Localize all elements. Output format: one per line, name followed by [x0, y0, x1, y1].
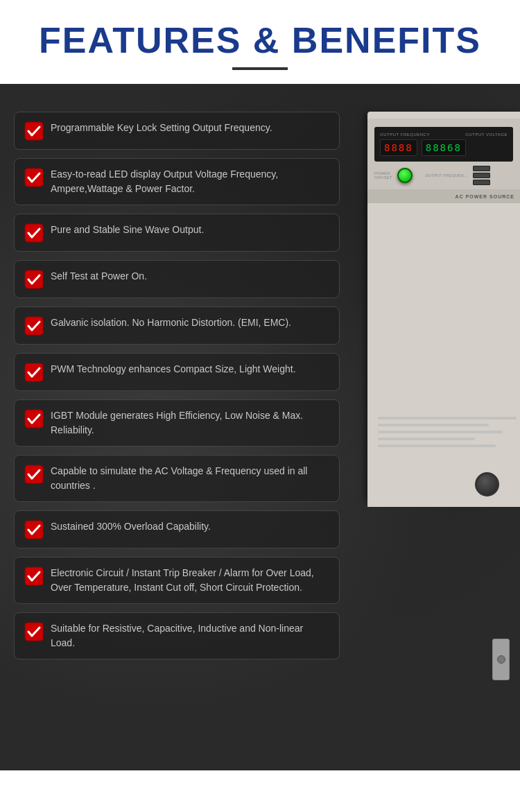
voltage-display: 88868: [422, 139, 466, 156]
machine-label-bar: AC POWER SOURCE: [367, 189, 520, 203]
display-row: 8888 88868: [380, 139, 508, 156]
check-icon-feature-8: [24, 465, 44, 484]
vent-5: [378, 444, 496, 447]
check-icon-feature-10: [24, 567, 44, 586]
check-icon-feature-4: [24, 270, 44, 289]
feature-item-feature-10: Electronic Circuit / Instant Trip Breake…: [14, 557, 340, 604]
feature-item-feature-3: Pure and Stable Sine Wave Output.: [14, 214, 340, 252]
feature-item-feature-6: PWM Technology enhances Compact Size, Li…: [14, 353, 340, 391]
machine-wheel: [475, 472, 499, 496]
feature-text-feature-2: Easy-to-read LED display Output Voltage …: [51, 167, 329, 196]
feature-text-feature-3: Pure and Stable Sine Wave Output.: [51, 223, 329, 237]
check-icon-feature-5: [24, 316, 44, 336]
check-icon-feature-1: [24, 121, 44, 141]
feature-text-feature-6: PWM Technology enhances Compact Size, Li…: [51, 362, 329, 377]
output-freq-ctrl-label: OUTPUT FREQUEN...: [425, 173, 467, 178]
display-labels: OUTPUT FREQUENCY OUTPUT VOLTAGE: [380, 132, 508, 137]
handle-knob: [497, 655, 505, 664]
image-column: OUTPUT FREQUENCY OUTPUT VOLTAGE 8888 888…: [354, 105, 520, 750]
feature-text-feature-11: Suitable for Resistive, Capacitive, Indu…: [51, 621, 329, 650]
machine-handle: [492, 639, 510, 680]
output-freq-label: OUTPUT FREQUENCY: [380, 132, 430, 137]
feature-item-feature-1: Programmable Key Lock Setting Output Fre…: [14, 112, 340, 150]
off-set-label: OFF/SET: [374, 175, 392, 180]
check-icon-feature-11: [24, 622, 44, 641]
feature-item-feature-4: Self Test at Power On.: [14, 260, 340, 298]
control-row: POWER OFF/SET OUTPUT FREQUEN...: [374, 166, 513, 185]
feature-text-feature-9: Sustained 300% Overload Capability.: [51, 519, 329, 534]
vent-4: [378, 438, 475, 440]
vent-3: [378, 431, 503, 433]
freq-btn-1[interactable]: [473, 166, 490, 171]
check-icon-feature-2: [24, 168, 44, 187]
feature-text-feature-10: Electronic Circuit / Instant Trip Breake…: [51, 566, 329, 595]
freq-buttons: [473, 166, 490, 185]
title-underline: [232, 67, 288, 70]
feature-text-feature-1: Programmable Key Lock Setting Output Fre…: [51, 121, 329, 135]
feature-item-feature-7: IGBT Module generates High Efficiency, L…: [14, 399, 340, 447]
machine-vents: [378, 417, 517, 451]
feature-item-feature-9: Sustained 300% Overload Capability.: [14, 510, 340, 548]
machine-lower-body: [367, 209, 520, 507]
check-icon-feature-7: [24, 409, 44, 429]
green-power-button[interactable]: [397, 168, 413, 183]
feature-text-feature-5: Galvanic isolation. No Harmonic Distorti…: [51, 316, 329, 330]
feature-item-feature-8: Capable to simulate the AC Voltage & Fre…: [14, 455, 340, 502]
display-area: OUTPUT FREQUENCY OUTPUT VOLTAGE 8888 888…: [374, 127, 513, 162]
feature-item-feature-5: Galvanic isolation. No Harmonic Distorti…: [14, 306, 340, 345]
machine-label: AC POWER SOURCE: [456, 194, 514, 199]
freq-btn-3[interactable]: [473, 180, 490, 185]
feature-text-feature-8: Capable to simulate the AC Voltage & Fre…: [51, 464, 329, 493]
feature-item-feature-2: Easy-to-read LED display Output Voltage …: [14, 158, 340, 205]
features-section: Programmable Key Lock Setting Output Fre…: [0, 84, 520, 770]
feature-item-feature-11: Suitable for Resistive, Capacitive, Indu…: [14, 612, 340, 659]
output-voltage-label: OUTPUT VOLTAGE: [465, 132, 508, 137]
machine-top-panel: OUTPUT FREQUENCY OUTPUT VOLTAGE 8888 888…: [367, 119, 520, 202]
machine-body: OUTPUT FREQUENCY OUTPUT VOLTAGE 8888 888…: [367, 112, 520, 500]
freq-display: 8888: [380, 139, 417, 156]
vent-1: [378, 417, 517, 420]
feature-text-feature-7: IGBT Module generates High Efficiency, L…: [51, 408, 329, 438]
page-title: FEATURES & BENEFITS: [14, 21, 506, 60]
check-icon-feature-9: [24, 520, 44, 539]
feature-text-feature-4: Self Test at Power On.: [51, 269, 329, 284]
header-section: FEATURES & BENEFITS: [0, 0, 520, 84]
vent-2: [378, 424, 489, 426]
check-icon-feature-3: [24, 223, 44, 243]
freq-btn-2[interactable]: [473, 173, 490, 178]
check-icon-feature-6: [24, 363, 44, 382]
features-column: Programmable Key Lock Setting Output Fre…: [0, 105, 354, 750]
